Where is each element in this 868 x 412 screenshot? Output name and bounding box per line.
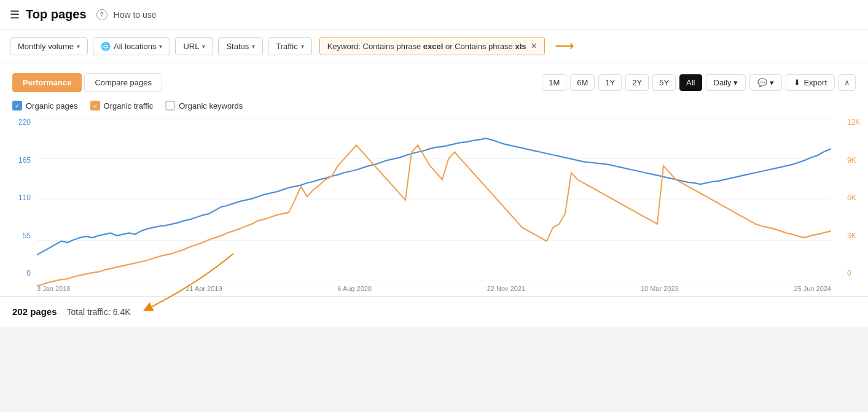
chevron-down-icon-5: ▾ (301, 43, 304, 50)
monthly-volume-filter[interactable]: Monthly volume ▾ (10, 37, 88, 55)
x-label-6: 25 Jun 2024 (794, 285, 831, 292)
export-icon: ⬇ (794, 78, 800, 87)
interval-label: Daily (714, 78, 732, 87)
traffic-label: Traffic (276, 42, 297, 51)
y-left-220: 220 (0, 118, 31, 126)
legend-organic-pages[interactable]: ✓ Organic pages (12, 101, 78, 111)
chart-area: 220 165 110 55 0 12K 9K 6K 3K 0 (0, 118, 868, 296)
arrow-right-icon: ⟶ (555, 38, 574, 54)
footer-bar: 202 pages Total traffic: 6.4K (0, 296, 868, 327)
y-right-6k: 6K (847, 193, 868, 202)
time-6m[interactable]: 6M (570, 74, 595, 91)
status-label: Status (226, 42, 249, 51)
y-axis-left: 220 165 110 55 0 (0, 118, 31, 278)
url-label: URL (183, 42, 199, 51)
keyword-filter-tag: Keyword: Contains phrase excel or Contai… (319, 37, 545, 55)
chevron-down-icon-4: ▾ (252, 43, 255, 50)
y-right-9k: 9K (847, 156, 868, 165)
organic-traffic-checkbox[interactable]: ✓ (90, 101, 100, 111)
organic-pages-checkbox[interactable]: ✓ (12, 101, 22, 111)
organic-traffic-label: Organic traffic (104, 101, 154, 111)
chevron-down-icon-3: ▾ (202, 43, 205, 50)
chart-header: Performance Compare pages 1M 6M 1Y 2Y 5Y… (12, 73, 856, 92)
chevron-down-icon-6: ▾ (733, 78, 738, 87)
chart-controls: 1M 6M 1Y 2Y 5Y All Daily ▾ 💬 ▾ ⬇ Export (542, 74, 856, 91)
time-all[interactable]: All (679, 74, 702, 91)
footer-traffic-label: Total traffic: 6.4K (67, 307, 131, 317)
x-label-3: 6 Aug 2020 (337, 285, 372, 292)
y-left-55: 55 (0, 231, 31, 240)
url-filter[interactable]: URL ▾ (175, 37, 213, 55)
y-right-3k: 3K (847, 231, 868, 240)
traffic-filter[interactable]: Traffic ▾ (268, 37, 311, 55)
top-bar: ☰ Top pages ? How to use (0, 0, 868, 29)
all-locations-filter[interactable]: 🌐 All locations ▾ (93, 37, 170, 55)
time-2y[interactable]: 2Y (625, 74, 649, 91)
organic-keywords-checkbox[interactable] (165, 101, 175, 111)
tab-performance[interactable]: Performance (12, 73, 82, 92)
annotation-icon: 💬 (757, 78, 767, 87)
legend-row: ✓ Organic pages ✓ Organic traffic Organi… (12, 101, 856, 111)
keyword-filter-close[interactable]: × (531, 41, 537, 51)
export-button[interactable]: ⬇ Export (786, 74, 835, 91)
chevron-up-icon: ∧ (844, 78, 850, 87)
y-left-110: 110 (0, 193, 31, 202)
chart-section: Performance Compare pages 1M 6M 1Y 2Y 5Y… (0, 63, 868, 296)
organic-pages-label: Organic pages (26, 101, 78, 111)
chevron-down-icon-2: ▾ (159, 43, 162, 50)
time-1y[interactable]: 1Y (598, 74, 622, 91)
x-label-4: 22 Nov 2021 (487, 285, 525, 292)
y-right-12k: 12K (847, 118, 868, 126)
export-label: Export (803, 78, 827, 87)
keyword-filter-text: Keyword: Contains phrase excel or Contai… (327, 42, 526, 51)
time-5y[interactable]: 5Y (652, 74, 676, 91)
interval-selector[interactable]: Daily ▾ (706, 74, 746, 91)
collapse-button[interactable]: ∧ (839, 74, 856, 91)
arrow-annotation (135, 247, 246, 321)
footer-pages-count: 202 pages (12, 306, 57, 317)
hamburger-icon[interactable]: ☰ (10, 8, 20, 21)
chevron-down-icon-7: ▾ (770, 78, 774, 87)
page-title: Top pages (26, 7, 87, 21)
help-icon[interactable]: ? (96, 9, 108, 20)
chevron-down-icon: ▾ (77, 43, 80, 50)
filters-bar: Monthly volume ▾ 🌐 All locations ▾ URL ▾… (0, 29, 868, 63)
y-axis-right: 12K 9K 6K 3K 0 (843, 118, 868, 278)
main-content: Performance Compare pages 1M 6M 1Y 2Y 5Y… (0, 63, 868, 296)
x-label-1: 3 Jan 2018 (37, 285, 70, 292)
time-1m[interactable]: 1M (542, 74, 566, 91)
y-right-0: 0 (847, 269, 868, 278)
legend-organic-keywords[interactable]: Organic keywords (165, 101, 243, 111)
chart-tabs: Performance Compare pages (12, 73, 162, 92)
y-left-165: 165 (0, 156, 31, 165)
organic-keywords-label: Organic keywords (179, 101, 243, 111)
y-left-0: 0 (0, 269, 31, 278)
check-icon: ✓ (15, 103, 20, 109)
legend-organic-traffic[interactable]: ✓ Organic traffic (90, 101, 154, 111)
monthly-volume-label: Monthly volume (18, 42, 74, 51)
tab-compare[interactable]: Compare pages (84, 73, 162, 92)
how-to-use-link[interactable]: How to use (114, 10, 157, 20)
annotation-btn[interactable]: 💬 ▾ (749, 74, 782, 91)
check-icon-2: ✓ (93, 103, 98, 109)
status-filter[interactable]: Status ▾ (218, 37, 263, 55)
x-label-5: 10 Mar 2023 (641, 285, 679, 292)
all-locations-label: All locations (114, 42, 156, 51)
globe-icon: 🌐 (101, 42, 111, 51)
